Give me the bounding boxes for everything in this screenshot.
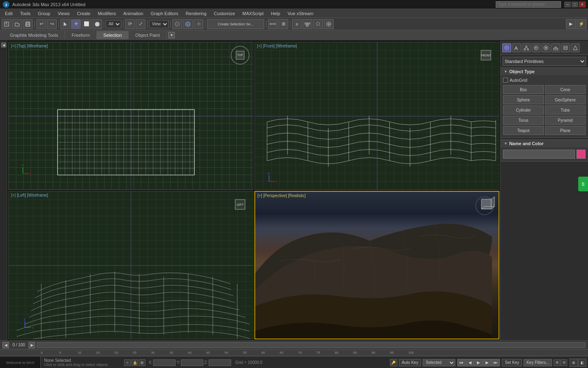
- obj-type-pyramid[interactable]: Pyramid: [545, 116, 586, 125]
- obj-type-teapot[interactable]: Teapot: [503, 126, 544, 135]
- move-tool-button[interactable]: ✛: [71, 19, 81, 29]
- viewport-shade-icon[interactable]: ◧: [578, 359, 586, 367]
- set-key-button[interactable]: Set Key: [502, 359, 522, 366]
- rotate-tool-button[interactable]: ⟳: [125, 19, 135, 29]
- named-selection-button[interactable]: Create Selection Se...: [207, 19, 264, 29]
- menu-views[interactable]: Views: [54, 10, 73, 17]
- timeline-next-btn[interactable]: ▶: [29, 342, 35, 348]
- render-setup-button[interactable]: [324, 19, 334, 29]
- obj-type-tube[interactable]: Tube: [545, 105, 586, 114]
- viewport-perspective-navcube[interactable]: [473, 194, 496, 217]
- menu-group[interactable]: Group: [35, 10, 54, 17]
- menu-animation[interactable]: Animation: [120, 10, 147, 17]
- viewport-top-navcube[interactable]: TOP: [230, 45, 250, 65]
- keyword-search-input[interactable]: [496, 1, 561, 8]
- open-button[interactable]: [12, 19, 22, 29]
- close-button[interactable]: ✕: [579, 2, 586, 7]
- viewport-top[interactable]: TOP X Y [+] [Top] [Wireframe]: [8, 42, 254, 190]
- go-end-button[interactable]: ⏭: [492, 359, 500, 366]
- obj-type-cone[interactable]: Cone: [545, 85, 586, 94]
- menu-vue-xstream[interactable]: Vue xStream: [284, 10, 316, 17]
- panel-extra2-icon[interactable]: [571, 43, 580, 52]
- extra-ctrl-2[interactable]: ⊟: [561, 359, 567, 366]
- save-button[interactable]: [23, 19, 33, 29]
- obj-type-cylinder[interactable]: Cylinder: [503, 105, 544, 114]
- play-button[interactable]: ▶: [474, 359, 483, 366]
- y-coord-input[interactable]: [181, 359, 203, 366]
- menu-graph-editors[interactable]: Graph Editors: [147, 10, 182, 17]
- filter-dropdown[interactable]: All: [106, 20, 121, 28]
- autogrid-checkbox[interactable]: [503, 78, 508, 83]
- timeline-track[interactable]: [37, 342, 586, 348]
- menu-help[interactable]: Help: [268, 10, 284, 17]
- viewport-grid-icon[interactable]: ⊞: [570, 359, 578, 367]
- panel-extra1-icon[interactable]: [561, 43, 570, 52]
- panel-display-icon[interactable]: [541, 43, 550, 52]
- toprender-badge[interactable]: 48: [578, 177, 588, 191]
- circle-select-button[interactable]: ⬤: [92, 19, 102, 29]
- ribbon-menu-button[interactable]: ▼: [168, 32, 175, 38]
- align-button[interactable]: ⊞: [278, 19, 288, 29]
- schematic-view-button[interactable]: [303, 19, 312, 29]
- panel-hierarchy-icon[interactable]: [522, 43, 531, 52]
- prev-frame-button[interactable]: ◀: [466, 359, 474, 366]
- render-status-icon[interactable]: ⊞: [139, 359, 145, 366]
- panel-create-icon[interactable]: [502, 43, 511, 52]
- panel-category-dropdown[interactable]: Standard Primitives: [503, 57, 586, 66]
- color-swatch-button[interactable]: [577, 150, 586, 159]
- obj-type-plane[interactable]: Plane: [545, 126, 586, 135]
- panel-motion-icon[interactable]: [532, 43, 541, 52]
- quick-render-button[interactable]: ⚡: [577, 19, 586, 29]
- mirror-button[interactable]: ⟺: [268, 19, 278, 29]
- reference-coord-dropdown[interactable]: View: [149, 20, 169, 28]
- name-color-header[interactable]: ▼ Name and Color: [501, 140, 588, 147]
- ribbon-tab-object-paint[interactable]: Object Paint: [129, 31, 167, 39]
- selected-dropdown[interactable]: Selected: [423, 359, 455, 366]
- key-icon[interactable]: 🔑: [390, 359, 397, 366]
- snap-2-5d-button[interactable]: [183, 19, 193, 29]
- ribbon-tab-freeform[interactable]: Freeform: [65, 31, 97, 39]
- menu-rendering[interactable]: Rendering: [183, 10, 210, 17]
- rect-select-button[interactable]: ⬜: [82, 19, 91, 29]
- object-type-header[interactable]: ▼ Object Type: [501, 68, 588, 75]
- render-frame-button[interactable]: ▶: [566, 19, 576, 29]
- obj-type-geosphere[interactable]: GeoSphere: [545, 95, 586, 104]
- menu-edit[interactable]: Edit: [2, 10, 16, 17]
- redo-button[interactable]: ↪: [47, 19, 57, 29]
- panel-modify-icon[interactable]: [512, 43, 521, 52]
- menu-create[interactable]: Create: [74, 10, 94, 17]
- ribbon-tab-graphite[interactable]: Graphite Modeling Tools: [3, 31, 65, 39]
- scale-tool-button[interactable]: ⤢: [136, 19, 145, 29]
- ribbon-tab-selection[interactable]: Selection: [97, 31, 129, 39]
- object-name-input[interactable]: [503, 150, 575, 159]
- snap-toggle-button[interactable]: ⊹: [194, 19, 203, 29]
- timeline-prev-btn[interactable]: ◀: [2, 342, 9, 348]
- snap-to-grid-icon[interactable]: ⊹: [124, 359, 131, 366]
- obj-type-sphere[interactable]: Sphere: [503, 95, 544, 104]
- select-tool-button[interactable]: [60, 19, 70, 29]
- x-coord-input[interactable]: [153, 359, 176, 366]
- extra-ctrl-1[interactable]: ⊞: [554, 359, 560, 366]
- menu-maxscript[interactable]: MAXScript: [239, 10, 267, 17]
- left-panel-toggle[interactable]: ◀: [1, 43, 6, 47]
- layer-manager-button[interactable]: ≡: [292, 19, 302, 29]
- auto-key-button[interactable]: Auto Key: [399, 359, 421, 366]
- material-editor-button[interactable]: ⬡: [313, 19, 323, 29]
- menu-tools[interactable]: Tools: [17, 10, 34, 17]
- new-scene-button[interactable]: [2, 19, 11, 29]
- viewport-left-navcube[interactable]: LEFT: [230, 195, 250, 214]
- minimize-button[interactable]: ─: [564, 2, 571, 7]
- maximize-button[interactable]: □: [572, 2, 578, 7]
- lock-icon[interactable]: 🔒: [131, 359, 138, 366]
- panel-utilities-icon[interactable]: [551, 43, 560, 52]
- viewport-front[interactable]: FRONT X Z [+] [Front] [Wireframe]: [254, 42, 500, 190]
- viewport-left[interactable]: LEFT Y Z [+] [Left] [Wireframe]: [8, 191, 254, 339]
- key-filters-button[interactable]: Key Filters...: [523, 359, 552, 366]
- viewport-front-navcube[interactable]: FRONT: [476, 45, 496, 65]
- viewport-perspective[interactable]: [+] [Perspective] [Realistic]: [254, 191, 500, 339]
- undo-button[interactable]: ↩: [36, 19, 46, 29]
- obj-type-box[interactable]: Box: [503, 85, 544, 94]
- obj-type-torus[interactable]: Torus: [503, 116, 544, 125]
- go-start-button[interactable]: ⏮: [457, 359, 466, 366]
- menu-customize[interactable]: Customize: [211, 10, 238, 17]
